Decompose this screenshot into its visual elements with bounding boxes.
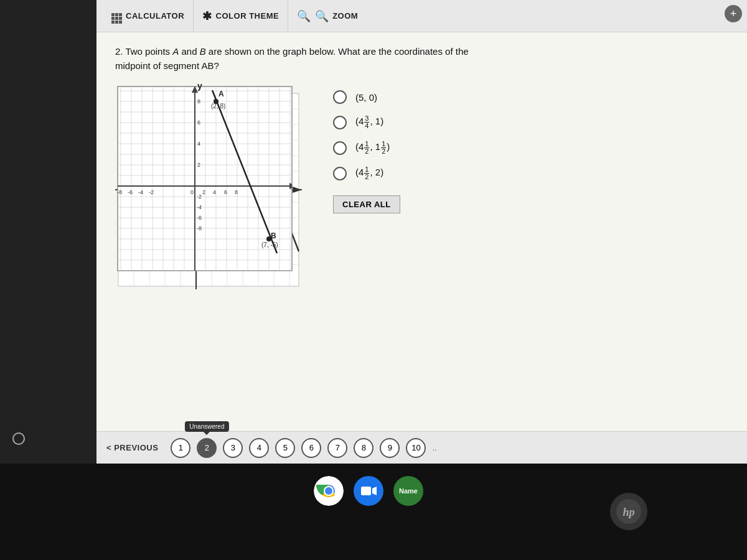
plus-button[interactable]: + (725, 5, 742, 22)
zoom-icon[interactable] (354, 476, 383, 506)
page-3-button[interactable]: 3 (223, 438, 243, 458)
screen: CALCULATOR ✱ COLOR THEME 🔍 🔍 ZOOM + 2. T… (0, 0, 747, 560)
svg-text:8: 8 (235, 189, 238, 195)
palette-icon: ✱ (202, 9, 212, 23)
question-number: 2. (115, 46, 123, 57)
svg-marker-84 (289, 183, 296, 189)
radio-b[interactable] (333, 116, 347, 129)
page-4-button[interactable]: 4 (249, 438, 269, 458)
svg-text:(2, 8): (2, 8) (211, 103, 225, 110)
calculator-button[interactable]: CALCULATOR (103, 0, 194, 32)
zoom-controls[interactable]: 🔍 🔍 ZOOM (288, 4, 367, 28)
chrome-icon[interactable] (314, 476, 344, 506)
grid-icon (111, 9, 122, 24)
svg-marker-115 (372, 487, 377, 495)
page-2-button[interactable]: 2 (197, 438, 217, 458)
answer-label-b: (434, 1) (355, 115, 383, 129)
page-9-button[interactable]: 9 (380, 438, 400, 458)
zoom-in-icon[interactable]: 🔍 (315, 9, 329, 23)
svg-text:2: 2 (202, 189, 205, 195)
question-text: 2. Two points A and B are shown on the g… (115, 45, 728, 73)
radio-d[interactable] (333, 167, 347, 180)
svg-text:(7, -5): (7, -5) (261, 241, 278, 248)
page-6-button[interactable]: 6 (301, 438, 321, 458)
left-sidebar (0, 0, 96, 464)
user-icon[interactable]: Name (393, 476, 423, 506)
svg-text:-2: -2 (149, 189, 154, 195)
toolbar: CALCULATOR ✱ COLOR THEME 🔍 🔍 ZOOM + (96, 0, 747, 32)
svg-point-113 (325, 487, 332, 495)
radio-c[interactable] (333, 141, 347, 155)
page-7-button[interactable]: 7 (327, 438, 347, 458)
quiz-panel: CALCULATOR ✱ COLOR THEME 🔍 🔍 ZOOM + 2. T… (96, 0, 747, 460)
svg-text:B: B (271, 231, 276, 240)
calculator-label: CALCULATOR (126, 11, 184, 21)
page-1-button[interactable]: 1 (171, 438, 190, 458)
previous-button[interactable]: < PREVIOUS (106, 443, 158, 452)
svg-text:6: 6 (224, 189, 227, 195)
svg-text:-4: -4 (197, 204, 202, 210)
svg-text:0: 0 (190, 189, 194, 195)
svg-text:6: 6 (197, 119, 200, 126)
svg-text:8: 8 (197, 98, 200, 105)
svg-rect-114 (361, 487, 371, 495)
svg-text:-6: -6 (128, 189, 133, 195)
question-area: 2. Two points A and B are shown on the g… (96, 32, 747, 460)
svg-text:y: y (197, 84, 202, 91)
svg-text:A: A (218, 90, 224, 98)
color-theme-button[interactable]: ✱ COLOR THEME (194, 0, 288, 32)
hp-logo-container: hp (610, 493, 647, 530)
svg-text:4: 4 (197, 141, 200, 147)
page-10-button[interactable]: 10 (406, 438, 426, 458)
answers-column: (5, 0) (434, 1) (412, 112) (333, 84, 728, 454)
answer-option-d[interactable]: (412, 2) (333, 166, 728, 180)
radio-a[interactable] (333, 90, 347, 104)
svg-text:-2: -2 (197, 194, 202, 200)
svg-text:-8: -8 (117, 189, 122, 195)
clear-all-button[interactable]: CLEAR ALL (333, 195, 400, 213)
svg-text:2: 2 (197, 162, 200, 168)
svg-text:4: 4 (213, 189, 216, 195)
svg-text:hp: hp (622, 506, 634, 518)
graph: y -8 -6 -4 -2 0 2 4 6 8 (115, 84, 299, 280)
page-8-button[interactable]: 8 (354, 438, 374, 458)
page-5-button[interactable]: 5 (275, 438, 295, 458)
answer-option-c[interactable]: (412, 112) (333, 141, 728, 155)
ellipsis: .. (432, 443, 436, 452)
answer-label-c: (412, 112) (355, 141, 390, 155)
graph-container: y 0 2 4 6 8 -2 -4 -6 -8 8 6 (115, 84, 314, 454)
svg-text:-6: -6 (197, 215, 202, 221)
page-1-wrapper: 1 (171, 438, 190, 458)
previous-label: < PREVIOUS (106, 443, 158, 452)
hp-logo: hp (610, 493, 647, 530)
content-row: y 0 2 4 6 8 -2 -4 -6 -8 8 6 (115, 84, 728, 454)
answer-label-a: (5, 0) (355, 92, 377, 103)
color-theme-label: COLOR THEME (216, 11, 280, 21)
bottom-nav: < PREVIOUS 1 Unanswered 2 3 4 5 6 7 8 9 … (96, 431, 747, 464)
unanswered-tooltip: Unanswered (185, 421, 228, 432)
zoom-out-icon[interactable]: 🔍 (297, 9, 311, 23)
svg-text:-4: -4 (138, 189, 143, 195)
answer-option-a[interactable]: (5, 0) (333, 90, 728, 104)
answer-option-b[interactable]: (434, 1) (333, 115, 728, 129)
answer-label-d: (412, 2) (355, 166, 383, 180)
svg-text:-8: -8 (197, 225, 202, 231)
small-radio[interactable] (12, 432, 25, 445)
graph-svg: y -8 -6 -4 -2 0 2 4 6 8 (115, 84, 299, 282)
unanswered-label: Unanswered (189, 423, 224, 430)
page-2-wrapper: Unanswered 2 (197, 438, 217, 458)
zoom-label: ZOOM (332, 11, 358, 21)
